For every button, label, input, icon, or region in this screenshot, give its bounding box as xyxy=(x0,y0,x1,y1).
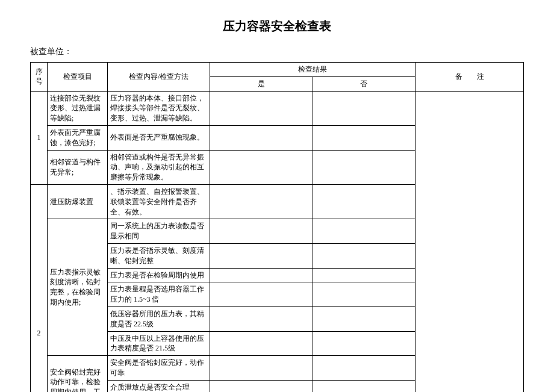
cell-no xyxy=(313,150,415,184)
cell-no xyxy=(313,356,415,381)
cell-no xyxy=(313,282,415,307)
cell-yes xyxy=(210,268,313,282)
header-result: 检查结果 xyxy=(210,63,416,77)
group1-num: 1 xyxy=(31,91,48,184)
cell-yes xyxy=(210,331,313,356)
g1-desc3: 相邻管道或构件是否无异常振动、声响，及振动引起的相互磨擦等异常现象。 xyxy=(108,150,210,184)
cell-no xyxy=(313,219,415,244)
header-yes: 是 xyxy=(210,76,313,91)
header-note: 备 注 xyxy=(416,63,524,92)
cell-no xyxy=(313,331,415,356)
inspected-unit-label: 被查单位： xyxy=(30,46,524,57)
cell-yes xyxy=(210,219,313,244)
cell-no xyxy=(313,91,415,125)
g2-desc8: 安全阀是否铅封应完好，动作可靠 xyxy=(108,356,210,381)
cell-yes xyxy=(210,282,313,307)
note-cell xyxy=(416,91,524,392)
group2-num: 2 xyxy=(31,184,48,392)
inspection-table: 序号 检查项目 检查内容/检查方法 检查结果 备 注 是 否 1 连接部位无裂纹… xyxy=(30,62,524,392)
g1-item2: 外表面无严重腐蚀，漆色完好; xyxy=(48,125,108,150)
g1-desc2: 外表面是否无严重腐蚀现象。 xyxy=(108,125,210,150)
g2-desc6: 低压容器所用的压力表，其精度是否 22.5级 xyxy=(108,306,210,331)
cell-no xyxy=(313,306,415,331)
g2-desc5: 压力表量程是否选用容器工作压力的 1.5~3 倍 xyxy=(108,282,210,307)
cell-yes xyxy=(210,306,313,331)
cell-no xyxy=(313,243,415,268)
g2-desc4: 压力表是否在检验周期内使用 xyxy=(108,268,210,282)
g1-item1: 连接部位无裂纹变形、过热泄漏等缺陷; xyxy=(48,91,108,125)
g2-item1: 泄压防爆装置 xyxy=(48,184,108,219)
cell-no xyxy=(313,125,415,150)
cell-no xyxy=(313,380,415,392)
cell-yes xyxy=(210,243,313,268)
g2-desc1: 、指示装置、自控报警装置、联锁装置等安全附件是否齐全、有效。 xyxy=(108,184,210,219)
cell-yes xyxy=(210,356,313,381)
header-item: 检查项目 xyxy=(48,63,108,92)
header-desc: 检查内容/检查方法 xyxy=(108,63,210,92)
cell-yes xyxy=(210,91,313,125)
header-no: 否 xyxy=(313,76,415,91)
g2-desc3: 压力表是否指示灵敏、刻度清晰、铅封完整 xyxy=(108,243,210,268)
g2-desc9: 介质泄放点是否安全合理 xyxy=(108,380,210,392)
g2-item3: 安全阀铅封完好动作可靠，检验周期内使用，工作状态合理，记录齐全; xyxy=(48,356,108,392)
g1-desc1: 压力容器的本体、接口部位，焊接接头等部件是否无裂纹、变形、过热、泄漏等缺陷。 xyxy=(108,91,210,125)
cell-yes xyxy=(210,125,313,150)
page-title: 压力容器安全检查表 xyxy=(30,18,524,34)
cell-no xyxy=(313,268,415,282)
cell-yes xyxy=(210,380,313,392)
cell-yes xyxy=(210,150,313,184)
g2-desc2: 同一系统上的压力表读数是否显示相同 xyxy=(108,219,210,244)
cell-yes xyxy=(210,184,313,219)
cell-no xyxy=(313,184,415,219)
g2-desc7: 中压及中压以上容器使用的压力表精度是否 21.5级 xyxy=(108,331,210,356)
header-num: 序号 xyxy=(31,63,48,92)
g1-item3: 相邻管道与构件无异常; xyxy=(48,150,108,184)
g2-item2: 压力表指示灵敏刻度清晰，铅封完整，在检验周期内使用; xyxy=(48,219,108,356)
